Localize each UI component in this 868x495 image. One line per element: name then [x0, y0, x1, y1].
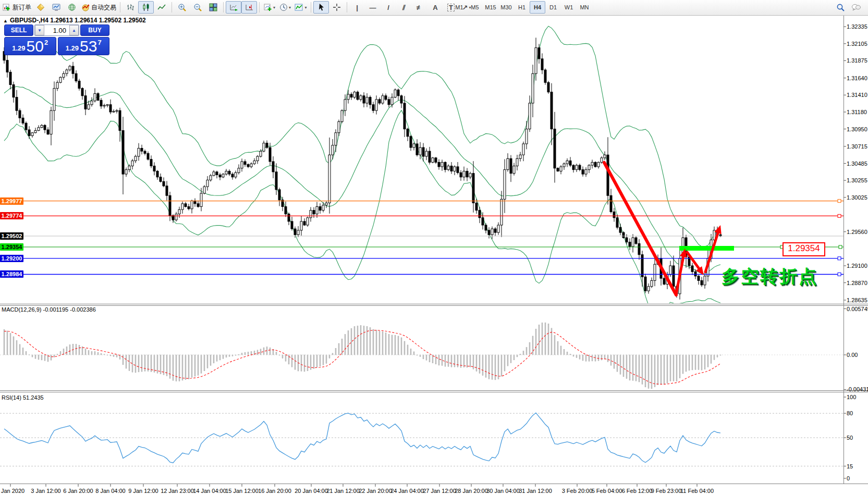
timeframe-M30[interactable]: M30: [498, 1, 514, 14]
crosshair-tool-button[interactable]: [329, 1, 345, 14]
buy-price-point: 7: [97, 39, 101, 46]
zoom-out-button[interactable]: [190, 1, 205, 14]
timeframe-M1[interactable]: M1: [451, 1, 467, 14]
separator: [347, 2, 347, 13]
mt4-window: { "toolbar": { "new_order_label": "新订单",…: [0, 0, 868, 495]
new-order-icon: [3, 3, 11, 11]
indicators-button[interactable]: ▾: [293, 1, 309, 14]
sell-button[interactable]: SELL: [4, 24, 33, 36]
hline-handle[interactable]: [838, 273, 841, 276]
channel-tool[interactable]: ⫽: [396, 1, 412, 14]
hline-handle[interactable]: [838, 200, 841, 203]
text-tool[interactable]: A: [427, 1, 443, 14]
time-axis-label: 9 Feb 23:00: [651, 488, 682, 494]
price-tick-label: 1.28870: [847, 280, 867, 286]
sell-price-pips: 50: [27, 39, 44, 54]
tile-windows-button[interactable]: [205, 1, 221, 14]
collapse-marker-icon: ▲: [3, 18, 8, 23]
price-tick-label: 1.30025: [847, 194, 867, 201]
buy-button[interactable]: BUY: [80, 24, 109, 36]
zoom-in-button[interactable]: [174, 1, 190, 14]
price-tag-1.29977: 1.29977: [0, 197, 23, 205]
hline-handle[interactable]: [838, 257, 841, 260]
new-chart-button[interactable]: ▾: [262, 1, 277, 14]
line-chart-button[interactable]: [154, 1, 169, 14]
strategy-tester-button[interactable]: [64, 1, 80, 14]
volume-input[interactable]: 1.00: [44, 25, 69, 35]
time-axis-label: 12 Jan 23:00: [161, 488, 194, 494]
price-tick-label: 1.31640: [847, 75, 867, 81]
price-callout-box[interactable]: 1.29354: [783, 242, 825, 256]
time-axis-label: 8 Jan 04:00: [95, 488, 126, 494]
toolbar-right-group: [833, 1, 864, 14]
auto-trading-label: 自动交易: [91, 3, 116, 12]
horizontal-line-icon: —: [370, 4, 376, 11]
sell-price-point: 2: [44, 39, 48, 46]
separator: [223, 2, 224, 13]
rsi-label: RSI(14) 51.2435: [2, 394, 44, 401]
chinese-annotation[interactable]: 多空转折点: [722, 265, 818, 289]
fibonacci-tool[interactable]: ≢: [412, 1, 427, 14]
cursor-tool-button[interactable]: [313, 1, 329, 14]
gold-diamond-icon: [36, 3, 45, 11]
timeframe-D1[interactable]: D1: [545, 1, 561, 14]
chart-title: ▲GBPUSD-,H4 1.29613 1.29614 1.29502 1.29…: [3, 17, 146, 24]
price-tick-label: 1.31410: [847, 92, 867, 98]
auto-scroll-icon: [229, 3, 238, 11]
horizontal-line-tool[interactable]: —: [365, 1, 381, 14]
time-axis-label: 16 Jan 20:00: [258, 488, 291, 494]
new-chart-icon: [264, 3, 272, 11]
chart-shift-icon: [245, 3, 254, 11]
rsi-tick-label: 50: [847, 435, 853, 441]
one-click-trading-panel: SELL ▼ 1.00 ▲ BUY 1.29502 1.29537: [4, 24, 109, 55]
trendline-tool[interactable]: /: [381, 1, 396, 14]
rsi-tick-label: 15: [847, 463, 853, 469]
clock-icon: [279, 3, 288, 11]
timeframe-H4[interactable]: H4: [530, 1, 545, 14]
dropdown-arrow-icon: ▾: [273, 5, 275, 10]
macd-tick-label: -0.004319: [847, 386, 868, 392]
vertical-line-tool[interactable]: |: [349, 1, 365, 14]
macd-tick-label: 0.005749: [847, 306, 868, 312]
price-tick-label: 1.28635: [847, 297, 867, 303]
chat-button[interactable]: [848, 1, 864, 14]
timeframe-M15[interactable]: M15: [483, 1, 498, 14]
hline-handle[interactable]: [838, 214, 841, 217]
green-highlight-zone[interactable]: [679, 246, 734, 251]
time-axis-label: 15 Jan 12:00: [225, 488, 259, 494]
bar-chart-icon: [126, 3, 135, 11]
volume-decrease-button[interactable]: ▼: [35, 25, 44, 35]
sell-price-box[interactable]: 1.29502: [4, 37, 56, 55]
time-axis-label: 3 Jan 12:00: [31, 488, 61, 494]
timeframe-M5[interactable]: M5: [467, 1, 483, 14]
terminal-button[interactable]: [48, 1, 64, 14]
timeframe-H1[interactable]: H1: [514, 1, 530, 14]
market-watch-button[interactable]: [33, 1, 48, 14]
bar-chart-button[interactable]: [123, 1, 138, 14]
time-axis-label: 28 Jan 20:00: [455, 488, 488, 494]
auto-scroll-button[interactable]: [226, 1, 241, 14]
timeframe-MN[interactable]: MN: [577, 1, 592, 14]
price-tick-label: 1.29100: [847, 263, 867, 269]
time-axis-label: 24 Jan 04:00: [390, 488, 424, 494]
globe-icon: [68, 3, 76, 11]
crosshair-icon: [333, 3, 341, 11]
buy-price-box[interactable]: 1.29537: [58, 37, 110, 55]
chart-title-text: GBPUSD-,H4 1.29613 1.29614 1.29502 1.295…: [10, 17, 146, 24]
chart-canvas[interactable]: [0, 0, 868, 495]
toolbar-left-group: 新订单 自动交易: [1, 1, 474, 14]
profiles-button[interactable]: ▾: [277, 1, 293, 14]
auto-trading-button[interactable]: 自动交易: [80, 1, 118, 14]
chat-icon: [851, 3, 861, 11]
chart-shift-button[interactable]: [241, 1, 257, 14]
dropdown-arrow-icon: ▾: [304, 5, 307, 10]
price-tick-label: 1.30950: [847, 126, 867, 132]
search-button[interactable]: [833, 1, 848, 14]
candlestick-chart-button[interactable]: [138, 1, 154, 14]
timeframe-W1[interactable]: W1: [561, 1, 577, 14]
hline-handle[interactable]: [839, 245, 842, 249]
new-order-button[interactable]: 新订单: [1, 1, 33, 14]
separator: [259, 2, 260, 13]
volume-increase-button[interactable]: ▲: [69, 25, 79, 35]
rsi-tick-label: 0: [847, 475, 850, 481]
